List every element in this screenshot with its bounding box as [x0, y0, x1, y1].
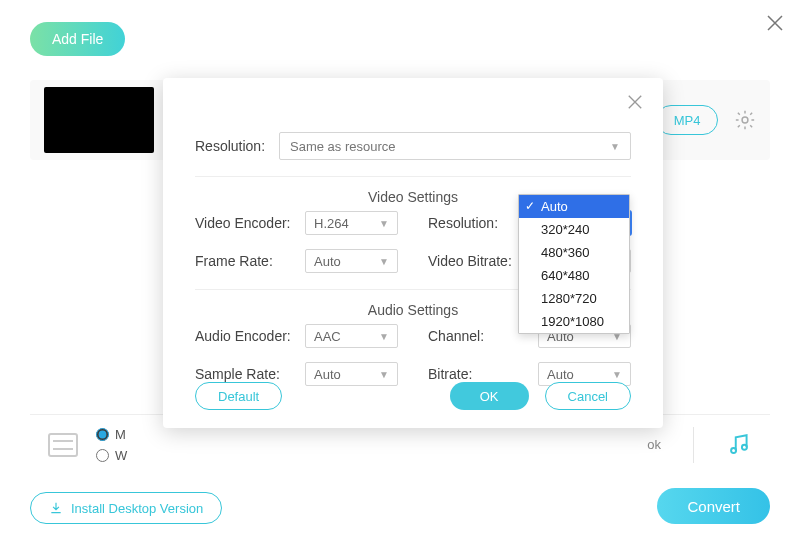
- resolution-option[interactable]: 480*360: [519, 241, 629, 264]
- format-radio-2[interactable]: W: [96, 448, 127, 463]
- frame-rate-label: Frame Rate:: [195, 253, 295, 269]
- format-right-text: ok: [647, 437, 661, 452]
- resolution-option[interactable]: 320*240: [519, 218, 629, 241]
- channel-label: Channel:: [428, 328, 528, 344]
- top-resolution-value: Same as resource: [290, 139, 396, 154]
- bitrate-label: Bitrate:: [428, 366, 528, 382]
- format-radio-1[interactable]: M: [96, 427, 127, 442]
- install-desktop-button[interactable]: Install Desktop Version: [30, 492, 222, 524]
- convert-button[interactable]: Convert: [657, 488, 770, 524]
- svg-point-2: [742, 444, 747, 449]
- resolution-label: Resolution:: [428, 215, 528, 231]
- video-encoder-select[interactable]: H.264▼: [305, 211, 398, 235]
- top-resolution-select[interactable]: Same as resource ▼: [279, 132, 631, 160]
- resolution-dropdown[interactable]: Auto320*240480*360640*4801280*7201920*10…: [518, 194, 630, 334]
- download-icon: [49, 501, 63, 515]
- cancel-button[interactable]: Cancel: [545, 382, 631, 410]
- resolution-option[interactable]: 640*480: [519, 264, 629, 287]
- frame-rate-select[interactable]: Auto▼: [305, 249, 398, 273]
- video-format-icon[interactable]: [48, 433, 78, 457]
- gear-icon[interactable]: [734, 109, 756, 131]
- chevron-down-icon: ▼: [610, 141, 620, 152]
- resolution-option[interactable]: 1280*720: [519, 287, 629, 310]
- music-icon[interactable]: [726, 432, 752, 458]
- video-encoder-label: Video Encoder:: [195, 215, 295, 231]
- resolution-option[interactable]: 1920*1080: [519, 310, 629, 333]
- add-file-button[interactable]: Add File: [30, 22, 125, 56]
- resolution-option[interactable]: Auto: [519, 195, 629, 218]
- close-icon[interactable]: [627, 94, 643, 110]
- ok-button[interactable]: OK: [450, 382, 529, 410]
- install-label: Install Desktop Version: [71, 501, 203, 516]
- svg-point-1: [731, 447, 736, 452]
- topbar: Add File: [30, 22, 770, 56]
- video-thumbnail[interactable]: [44, 87, 154, 153]
- sample-rate-label: Sample Rate:: [195, 366, 295, 382]
- audio-encoder-label: Audio Encoder:: [195, 328, 295, 344]
- video-bitrate-label: Video Bitrate:: [428, 253, 528, 269]
- top-resolution-label: Resolution:: [195, 138, 265, 154]
- audio-encoder-select[interactable]: AAC▼: [305, 324, 398, 348]
- svg-point-0: [742, 117, 748, 123]
- format-badge[interactable]: MP4: [656, 105, 718, 135]
- default-button[interactable]: Default: [195, 382, 282, 410]
